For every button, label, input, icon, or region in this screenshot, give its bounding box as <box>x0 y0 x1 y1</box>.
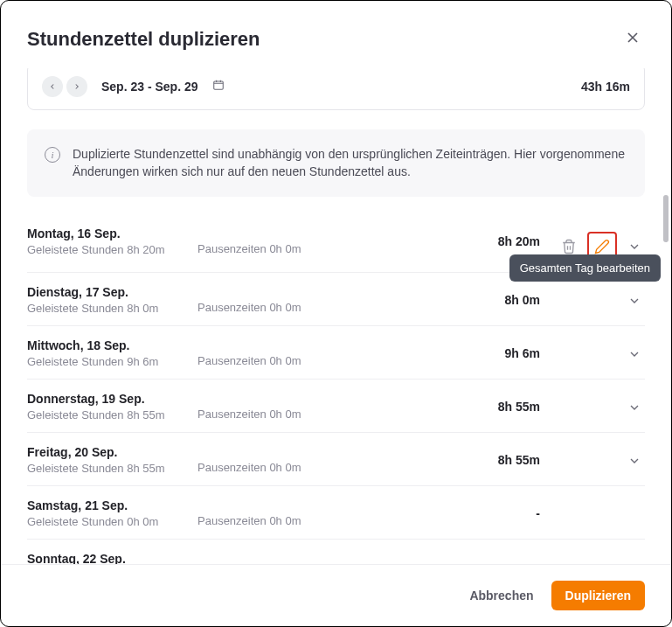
expand-day-button[interactable] <box>624 344 645 365</box>
day-name: Donnerstag, 19 Sep. <box>27 392 197 406</box>
day-name: Mittwoch, 18 Sep. <box>27 338 197 352</box>
day-name: Dienstag, 17 Sep. <box>27 285 197 299</box>
close-icon <box>624 29 641 46</box>
trash-icon <box>561 239 577 254</box>
day-actions <box>540 397 645 418</box>
day-pause-time: Pausenzeiten 0h 0m <box>197 408 301 421</box>
week-nav-buttons <box>42 76 87 97</box>
next-week-button[interactable] <box>66 76 87 97</box>
day-worked-hours: Geleistete Stunden 0h 0m <box>27 515 197 528</box>
scrollbar-thumb[interactable] <box>663 195 669 242</box>
day-worked-hours: Geleistete Stunden 8h 55m <box>27 462 197 475</box>
day-row: Sonntag, 22 Sep.Geleistete Stunden 0h 0m… <box>27 540 645 564</box>
info-message-box: i Duplizierte Stundenzettel sind unabhän… <box>27 129 645 197</box>
day-info: Dienstag, 17 Sep.Geleistete Stunden 8h 0… <box>27 285 197 315</box>
day-row: Freitag, 20 Sep.Geleistete Stunden 8h 55… <box>27 433 645 486</box>
prev-week-button[interactable] <box>42 76 63 97</box>
day-name: Montag, 16 Sep. <box>27 226 197 240</box>
cancel-button[interactable]: Abbrechen <box>466 582 537 610</box>
day-info: Freitag, 20 Sep.Geleistete Stunden 8h 55… <box>27 445 197 475</box>
day-worked-hours: Geleistete Stunden 9h 6m <box>27 355 197 368</box>
week-total-hours: 43h 16m <box>581 80 630 94</box>
day-name: Sonntag, 22 Sep. <box>27 552 197 564</box>
duplicate-timesheet-modal: Stundenzettel duplizieren Sep. 23 - Sep.… <box>0 0 672 627</box>
chevron-right-icon <box>73 82 81 91</box>
day-total-hours: 9h 6m <box>479 346 540 360</box>
day-pause-time: Pausenzeiten 0h 0m <box>197 242 301 256</box>
day-info: Sonntag, 22 Sep.Geleistete Stunden 0h 0m <box>27 552 197 564</box>
expand-day-button[interactable] <box>624 290 645 311</box>
day-info: Donnerstag, 19 Sep.Geleistete Stunden 8h… <box>27 392 197 421</box>
day-name: Samstag, 21 Sep. <box>27 498 197 512</box>
expand-day-button[interactable] <box>624 236 645 257</box>
day-pause-time: Pausenzeiten 0h 0m <box>197 354 301 368</box>
day-pause-time: Pausenzeiten 0h 0m <box>197 461 301 475</box>
day-total-hours: 8h 0m <box>479 293 540 307</box>
day-row: Donnerstag, 19 Sep.Geleistete Stunden 8h… <box>27 380 645 433</box>
chevron-down-icon <box>627 240 641 254</box>
pencil-icon <box>594 239 610 254</box>
day-total-hours: - <box>479 560 540 564</box>
week-range-label: Sep. 23 - Sep. 29 <box>101 80 198 94</box>
chevron-left-icon <box>48 82 57 91</box>
days-list: Gesamten Tag bearbeitenMontag, 16 Sep.Ge… <box>27 214 645 564</box>
day-worked-hours: Geleistete Stunden 8h 0m <box>27 302 197 315</box>
day-left: Sonntag, 22 Sep.Geleistete Stunden 0h 0m… <box>27 552 479 564</box>
info-icon: i <box>45 147 60 163</box>
calendar-icon[interactable] <box>212 79 225 94</box>
day-worked-hours: Geleistete Stunden 8h 20m <box>27 243 197 256</box>
chevron-down-icon <box>627 454 641 468</box>
day-actions <box>540 290 645 311</box>
day-total-hours: 8h 20m <box>479 234 540 248</box>
close-button[interactable] <box>620 25 645 52</box>
day-left: Freitag, 20 Sep.Geleistete Stunden 8h 55… <box>27 445 479 475</box>
day-left: Montag, 16 Sep.Geleistete Stunden 8h 20m… <box>27 226 479 256</box>
day-total-hours: - <box>479 506 540 520</box>
info-text: Duplizierte Stundenzettel sind unabhängi… <box>73 145 627 181</box>
chevron-down-icon <box>627 401 641 415</box>
expand-day-button[interactable] <box>624 450 645 471</box>
day-info: Mittwoch, 18 Sep.Geleistete Stunden 9h 6… <box>27 338 197 368</box>
modal-header: Stundenzettel duplizieren <box>1 25 671 68</box>
day-left: Mittwoch, 18 Sep.Geleistete Stunden 9h 6… <box>27 338 479 368</box>
day-total-hours: 8h 55m <box>479 400 540 414</box>
day-row: Gesamten Tag bearbeitenMontag, 16 Sep.Ge… <box>27 214 645 273</box>
day-pause-time: Pausenzeiten 0h 0m <box>197 514 301 528</box>
week-bar-left: Sep. 23 - Sep. 29 <box>42 76 225 97</box>
expand-day-button[interactable] <box>624 397 645 418</box>
day-worked-hours: Geleistete Stunden 8h 55m <box>27 408 197 421</box>
chevron-down-icon <box>627 347 641 361</box>
chevron-down-icon <box>627 294 641 308</box>
modal-title: Stundenzettel duplizieren <box>27 28 260 51</box>
day-row: Samstag, 21 Sep.Geleistete Stunden 0h 0m… <box>27 486 645 540</box>
day-left: Samstag, 21 Sep.Geleistete Stunden 0h 0m… <box>27 498 479 528</box>
modal-footer: Abbrechen Duplizieren <box>1 564 671 626</box>
day-actions <box>540 450 645 471</box>
day-info: Montag, 16 Sep.Geleistete Stunden 8h 20m <box>27 226 197 256</box>
tooltip-edit-day: Gesamten Tag bearbeiten <box>509 254 661 282</box>
svg-rect-0 <box>213 81 223 89</box>
day-name: Freitag, 20 Sep. <box>27 445 197 459</box>
week-selector-bar: Sep. 23 - Sep. 29 43h 16m <box>27 68 645 110</box>
day-left: Dienstag, 17 Sep.Geleistete Stunden 8h 0… <box>27 285 479 315</box>
day-total-hours: 8h 55m <box>479 453 540 467</box>
day-left: Donnerstag, 19 Sep.Geleistete Stunden 8h… <box>27 392 479 421</box>
day-pause-time: Pausenzeiten 0h 0m <box>197 301 301 315</box>
duplicate-button[interactable]: Duplizieren <box>551 581 645 610</box>
day-info: Samstag, 21 Sep.Geleistete Stunden 0h 0m <box>27 498 197 528</box>
day-row: Mittwoch, 18 Sep.Geleistete Stunden 9h 6… <box>27 326 645 380</box>
modal-content: Sep. 23 - Sep. 29 43h 16m i Duplizierte … <box>1 68 671 564</box>
day-actions <box>540 344 645 365</box>
